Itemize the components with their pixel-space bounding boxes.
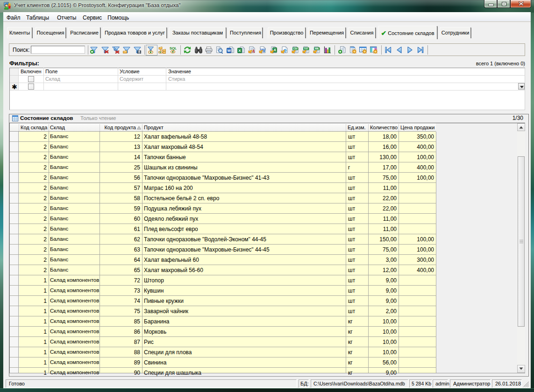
svg-text:X: X <box>238 49 241 53</box>
svg-text:XML: XML <box>314 48 319 50</box>
svg-text:X: X <box>274 48 277 52</box>
svg-text:TXT: TXT <box>304 48 308 50</box>
svg-text:CSV: CSV <box>293 48 298 50</box>
svg-text:W: W <box>228 49 231 53</box>
svg-text:SQL: SQL <box>170 46 177 50</box>
